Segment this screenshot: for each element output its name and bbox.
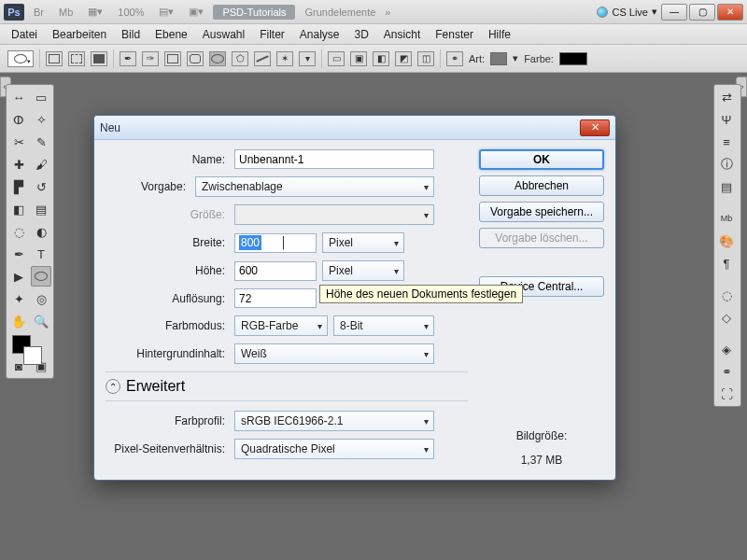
pathop-new-icon[interactable]: ▭ (328, 51, 345, 66)
zoom-tool-icon[interactable]: 🔍 (31, 311, 51, 331)
workspace-grund-button[interactable]: Grundelemente (299, 5, 381, 20)
ellipse-tool-icon[interactable] (209, 51, 226, 66)
workspace-tutorials-button[interactable]: PSD-Tutorials (213, 5, 295, 20)
width-unit-combo[interactable]: Pixel (322, 232, 404, 253)
bitdepth-combo[interactable]: 8-Bit (333, 315, 434, 336)
rounded-rect-tool-icon[interactable] (187, 51, 204, 66)
arrange-button[interactable]: ▣▾ (183, 4, 209, 20)
shape-layer-mode-icon[interactable] (46, 51, 63, 66)
maximize-button[interactable]: ▢ (689, 4, 715, 21)
preset-combo[interactable]: Zwischenablage (195, 176, 434, 197)
dialog-titlebar[interactable]: Neu ✕ (94, 116, 615, 140)
minimize-button[interactable]: — (661, 4, 687, 21)
eyedropper-tool-icon[interactable]: ✎ (31, 132, 51, 152)
screen-mode-button[interactable]: ▦▾ (82, 4, 108, 20)
pen-tool-icon[interactable]: ✒ (8, 244, 29, 264)
colorprofile-combo[interactable]: sRGB IEC61966-2.1 (234, 411, 434, 431)
topbar-mb-button[interactable]: Mb (53, 5, 78, 20)
panel-linked-icon[interactable]: ⚭ (716, 361, 737, 382)
dodge-tool-icon[interactable]: ◐ (31, 221, 51, 242)
marquee-tool-icon[interactable]: ▭ (31, 87, 51, 107)
menu-auswahl[interactable]: Auswahl (195, 26, 252, 43)
ok-button[interactable]: OK (479, 149, 604, 170)
custom-shape-tool-icon[interactable]: ✶ (276, 51, 293, 66)
eraser-tool-icon[interactable]: ◧ (8, 199, 29, 219)
menu-ebene[interactable]: Ebene (148, 26, 195, 43)
resolution-input[interactable] (234, 288, 317, 308)
zoom-level[interactable]: 100% (112, 5, 149, 20)
clone-stamp-tool-icon[interactable]: ▛ (8, 176, 29, 197)
menu-bearbeiten[interactable]: Bearbeiten (45, 26, 114, 43)
move-tool-icon[interactable]: ↔ (8, 87, 29, 107)
path-mode-icon[interactable] (68, 51, 85, 66)
current-tool-preset[interactable]: ▾ (7, 50, 34, 67)
menu-bild[interactable]: Bild (114, 26, 148, 43)
cs-live-button[interactable]: CS Live ▾ (597, 6, 657, 18)
height-unit-combo[interactable]: Pixel (322, 260, 404, 281)
history-brush-tool-icon[interactable]: ↺ (31, 176, 51, 197)
height-input[interactable] (234, 261, 317, 281)
dialog-close-button[interactable]: ✕ (580, 119, 610, 136)
workspace-more-icon[interactable]: » (385, 7, 390, 18)
freeform-pen-icon[interactable]: ✑ (142, 51, 159, 66)
advanced-toggle[interactable]: ⌃ Erweitert (106, 371, 468, 401)
panel-other1-icon[interactable]: ◌ (716, 285, 737, 305)
topbar-br-button[interactable]: Br (28, 5, 49, 20)
background-color-swatch[interactable] (23, 346, 42, 365)
art-style-swatch[interactable] (490, 52, 507, 65)
panel-mb-icon[interactable]: Mb (716, 208, 737, 229)
colormode-combo[interactable]: RGB-Farbe (234, 315, 328, 336)
line-tool-icon[interactable] (254, 51, 271, 66)
cancel-button[interactable]: Abbrechen (479, 175, 604, 196)
extras-button[interactable]: ▤▾ (153, 4, 179, 20)
name-input[interactable] (234, 149, 434, 169)
close-button[interactable]: ✕ (717, 4, 743, 21)
foreground-background-colors[interactable] (8, 333, 51, 365)
pathop-exclude-icon[interactable]: ◫ (417, 51, 434, 66)
save-preset-button[interactable]: Vorgabe speichern... (479, 202, 604, 222)
pathop-intersect-icon[interactable]: ◩ (395, 51, 412, 66)
rect-tool-icon[interactable] (164, 51, 181, 66)
type-tool-icon[interactable]: T (31, 244, 51, 264)
healing-brush-tool-icon[interactable]: ✚ (8, 154, 29, 175)
gradient-tool-icon[interactable]: ▤ (31, 199, 51, 219)
panel-adjust-icon[interactable]: ⇄ (716, 87, 737, 107)
menu-filter[interactable]: Filter (252, 26, 292, 43)
link-icon[interactable]: ⚭ (446, 51, 463, 66)
3d-tool-icon[interactable]: ✦ (8, 288, 29, 309)
camera-tool-icon[interactable]: ◎ (31, 288, 51, 309)
lasso-tool-icon[interactable]: ⵀ (8, 109, 29, 130)
menu-3d[interactable]: 3D (347, 26, 376, 43)
panel-align-icon[interactable]: ≡ (716, 132, 737, 152)
panel-paragraph-icon[interactable]: ¶ (716, 253, 737, 273)
brush-tool-icon[interactable]: 🖌 (31, 154, 51, 175)
pathop-add-icon[interactable]: ▣ (350, 51, 367, 66)
menu-analyse[interactable]: Analyse (292, 26, 347, 43)
menu-datei[interactable]: Datei (4, 26, 45, 43)
menu-hilfe[interactable]: Hilfe (481, 26, 518, 43)
fill-pixel-mode-icon[interactable] (91, 51, 107, 66)
panel-diamond-icon[interactable]: ◈ (716, 339, 737, 359)
color-swatch[interactable] (559, 52, 587, 65)
panel-usb-icon[interactable]: Ψ (716, 109, 737, 130)
shape-tool-icon[interactable] (31, 266, 51, 287)
panel-meta-icon[interactable]: ⓘ (716, 154, 737, 175)
pixelaspect-combo[interactable]: Quadratische Pixel (234, 439, 434, 459)
width-input[interactable]: 800│ (234, 233, 317, 253)
magic-wand-tool-icon[interactable]: ✧ (31, 109, 51, 130)
panel-swatches-icon[interactable]: 🎨 (716, 231, 737, 251)
geometry-options-icon[interactable]: ▾ (299, 51, 316, 66)
background-combo[interactable]: Weiß (234, 343, 434, 364)
menu-ansicht[interactable]: Ansicht (376, 26, 428, 43)
menu-fenster[interactable]: Fenster (428, 26, 481, 43)
panel-transform-icon[interactable]: ⛶ (716, 384, 737, 404)
hand-tool-icon[interactable]: ✋ (8, 311, 29, 331)
pathop-sub-icon[interactable]: ◧ (373, 51, 389, 66)
crop-tool-icon[interactable]: ✂ (8, 132, 29, 152)
path-select-tool-icon[interactable]: ▶ (8, 266, 29, 287)
panel-other2-icon[interactable]: ◇ (716, 307, 737, 328)
panel-layers-icon[interactable]: ▤ (716, 176, 737, 197)
blur-tool-icon[interactable]: ◌ (8, 221, 29, 242)
polygon-tool-icon[interactable]: ⬠ (232, 51, 248, 66)
pen-icon[interactable]: ✒ (120, 51, 136, 66)
